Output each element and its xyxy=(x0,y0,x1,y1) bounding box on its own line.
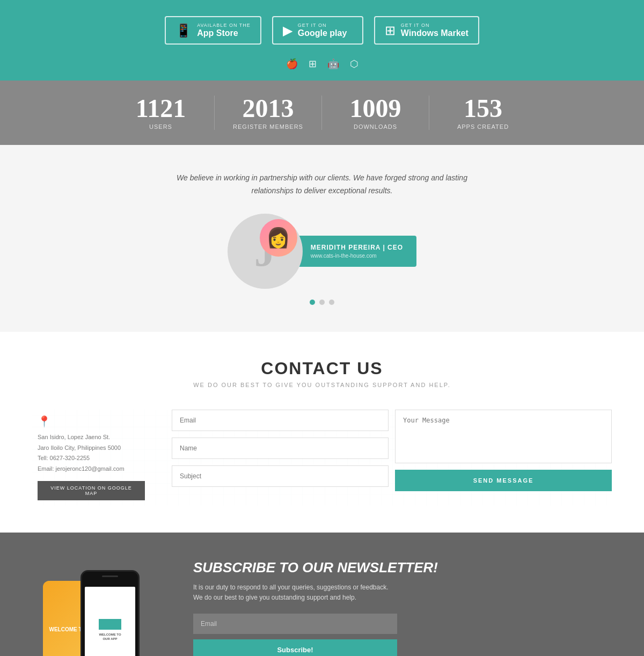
stat-downloads-number: 1009 xyxy=(322,96,429,121)
testimonial-info: MERIDITH PEREIRA | CEO www.cats-in-the-h… xyxy=(297,236,416,267)
appstore-label-small: AVAILABLE ON THE xyxy=(197,23,251,28)
stats-section: 1121 Users 2013 Register Members 1009 Do… xyxy=(0,81,644,145)
stat-members: 2013 Register Members xyxy=(215,96,322,130)
newsletter-description: It is our duty to respond to all your qu… xyxy=(193,582,397,603)
windows-platform-icon: ⊞ xyxy=(309,58,317,70)
stat-users: 1121 Users xyxy=(107,96,215,130)
windows-icon: ⊞ xyxy=(385,23,396,38)
testimonial-name: MERIDITH PEREIRA | CEO xyxy=(311,244,403,251)
newsletter-email-field[interactable] xyxy=(193,614,397,634)
appstore-icon: 📱 xyxy=(175,23,192,38)
windows-label: Windows Market xyxy=(401,28,469,38)
html5-platform-icon: ⬡ xyxy=(350,58,358,70)
googleplay-button[interactable]: ▶ GET IT ON Google play xyxy=(272,16,363,45)
googleplay-icon: ▶ xyxy=(283,23,292,38)
stat-members-number: 2013 xyxy=(215,96,321,121)
testimonial-dot-3[interactable] xyxy=(329,300,334,305)
testimonial-dot-1[interactable] xyxy=(310,300,315,305)
appstore-label: App Store xyxy=(197,28,251,38)
contact-left: 📍 San Isidro, Lopez Jaeno St. Jaro Iloil… xyxy=(32,410,150,506)
testimonial-dots xyxy=(310,300,334,305)
googleplay-label-small: GET IT ON xyxy=(298,23,347,28)
view-map-button[interactable]: VIEW LOCATION ON GOOGLE MAP xyxy=(38,481,145,500)
contact-right-col: SEND MESSAGE xyxy=(395,410,612,506)
stat-downloads-label: Downloads xyxy=(322,123,429,130)
stat-members-label: Register Members xyxy=(215,123,321,130)
googleplay-label: Google play xyxy=(298,28,347,38)
address-line-3: Tell: 0627-320-2255 xyxy=(38,453,145,464)
appstore-button[interactable]: 📱 AVAILABLE ON THE App Store xyxy=(165,16,261,45)
testimonial-dot-2[interactable] xyxy=(319,300,325,305)
phone-mockup: WELCOME TO... WELCOME TOOUR APP xyxy=(43,570,161,656)
contact-section: CONTACT US WE DO OUR BEST TO GIVE YOU OU… xyxy=(0,332,644,533)
phone-screen: WELCOME TOOUR APP xyxy=(85,587,135,656)
windows-button[interactable]: ⊞ GET IT ON Windows Market xyxy=(374,16,479,45)
newsletter-title: SUBSCRIBE TO OUR NEWSLETTER! xyxy=(193,559,601,576)
newsletter-content: SUBSCRIBE TO OUR NEWSLETTER! It is our d… xyxy=(193,559,601,656)
android-platform-icon: 🤖 xyxy=(327,58,339,70)
newsletter-section: WELCOME TO... WELCOME TOOUR APP SUBSCRIB… xyxy=(0,533,644,656)
contact-body: 📍 San Isidro, Lopez Jaeno St. Jaro Iloil… xyxy=(32,410,612,506)
address-line-2: Jaro Iloilo City, Philippines 5000 xyxy=(38,443,145,454)
windows-label-small: GET IT ON xyxy=(401,23,469,28)
testimonial-website: www.cats-in-the-house.com xyxy=(311,253,403,259)
testimonial-avatar: 👩 xyxy=(260,219,297,257)
apple-platform-icon: 🍎 xyxy=(286,58,298,70)
map-pin-icon: 📍 xyxy=(38,415,145,428)
contact-inputs-left xyxy=(172,410,389,506)
subject-field[interactable] xyxy=(172,465,389,487)
address-line-1: San Isidro, Lopez Jaeno St. xyxy=(38,432,145,443)
stat-users-number: 1121 xyxy=(107,96,214,121)
testimonial-card: J 👩 MERIDITH PEREIRA | CEO www.cats-in-t… xyxy=(228,214,416,289)
teal-section: 📱 AVAILABLE ON THE App Store ▶ GET IT ON… xyxy=(0,0,644,81)
stat-apps: 153 Apps Created xyxy=(429,96,537,130)
contact-address: San Isidro, Lopez Jaeno St. Jaro Iloilo … xyxy=(38,432,145,475)
contact-title: CONTACT US xyxy=(32,359,612,378)
testimonial-section: We believe in working in partnership wit… xyxy=(0,145,644,332)
store-buttons-group: 📱 AVAILABLE ON THE App Store ▶ GET IT ON… xyxy=(165,16,479,45)
stat-apps-label: Apps Created xyxy=(429,123,537,130)
address-line-4: Email: jerojeronc120@gmail.com xyxy=(38,464,145,475)
contact-header: CONTACT US WE DO OUR BEST TO GIVE YOU OU… xyxy=(32,359,612,388)
email-field[interactable] xyxy=(172,410,389,431)
platform-icons-group: 🍎 ⊞ 🤖 ⬡ xyxy=(286,58,358,70)
stat-users-label: Users xyxy=(107,123,214,130)
stat-downloads: 1009 Downloads xyxy=(322,96,429,130)
send-message-button[interactable]: SEND MESSAGE xyxy=(395,470,612,491)
message-field[interactable] xyxy=(395,410,612,463)
name-field[interactable] xyxy=(172,438,389,459)
contact-subtitle: WE DO OUR BEST TO GIVE YOU OUTSTANDING S… xyxy=(32,382,612,388)
phone-front: WELCOME TOOUR APP xyxy=(80,570,140,656)
testimonial-quote: We believe in working in partnership wit… xyxy=(166,172,478,198)
stat-apps-number: 153 xyxy=(429,96,537,121)
subscribe-button[interactable]: Subscribe! xyxy=(193,639,397,656)
testimonial-avatar-bg: J 👩 xyxy=(228,214,303,289)
contact-form: SEND MESSAGE xyxy=(172,410,612,506)
